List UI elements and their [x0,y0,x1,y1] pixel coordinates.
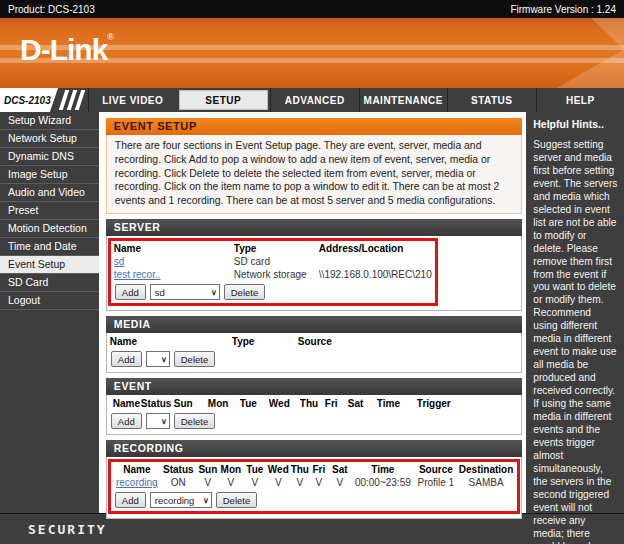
brand-banner: D-Link® [0,18,624,88]
chevron-down-icon: ∨ [161,355,167,364]
tab-advanced[interactable]: ADVANCED [270,88,359,112]
media-select[interactable]: ∨ [146,351,170,367]
server-add-button[interactable]: Add [115,284,146,300]
value-cell: \\192.168.0.100\REC\2103 [319,268,432,281]
column-header-mon: Mon [208,397,240,410]
hints-title: Helpful Hints.. [533,118,618,130]
column-header-thu: Thu [300,397,325,410]
recording-name-link[interactable]: recording [116,477,158,488]
sidebar-item-motion-detection[interactable]: Motion Detection [0,220,99,238]
server-section-header: SERVER [106,219,522,236]
value-cell: Network storage [234,268,319,281]
recording-select[interactable]: recording ∨ [150,492,212,508]
column-header-name: Name [114,242,234,255]
product-label: Product: DCS-2103 [8,4,95,15]
hints-paragraph: Recommend using different media in diffe… [533,307,618,544]
recording-add-button[interactable]: Add [115,492,146,508]
column-header-tue: Tue [243,463,267,476]
column-header-trigger: Trigger [417,397,518,410]
table-header-row: NameStatusSunMonTueWedThuFriSatTimeSourc… [114,463,514,476]
column-header-name: Name [114,463,160,476]
model-badge-label: DCS-2103 [0,95,51,106]
event-add-button[interactable]: Add [111,413,142,429]
tab-live-video[interactable]: LIVE VIDEO [88,88,177,112]
sidebar-item-audio-and-video[interactable]: Audio and Video [0,184,99,202]
media-controls: Add ∨ Delete [111,351,518,367]
sidebar-item-setup-wizard[interactable]: Setup Wizard [0,112,99,130]
recording-table: NameStatusSunMonTueWedThuFriSatTimeSourc… [114,463,514,489]
content-area: EVENT SETUP There are four sections in E… [99,112,525,513]
tab-status[interactable]: STATUS [447,88,536,112]
name-cell: recording [114,476,160,489]
helpful-hints-panel: Helpful Hints.. Suggest setting server a… [526,112,624,513]
column-header-fri: Fri [325,397,348,410]
model-badge: DCS-2103 [0,88,58,112]
column-header-type: Type [232,335,298,348]
column-header-type: Type [234,242,319,255]
column-header-wed: Wed [267,463,290,476]
registered-mark: ® [107,32,114,42]
column-header-tue: Tue [240,397,269,410]
event-controls: Add ∨ Delete [111,413,518,429]
value-cell: V [243,476,267,489]
column-header-time: Time [352,463,414,476]
recording-delete-button[interactable]: Delete [216,492,257,508]
page-title: EVENT SETUP [106,118,522,135]
media-add-button[interactable]: Add [111,351,142,367]
sidebar: Setup WizardNetwork SetupDynamic DNSImag… [0,112,99,513]
sidebar-item-dynamic-dns[interactable]: Dynamic DNS [0,148,99,166]
column-header-sat: Sat [348,397,377,410]
column-header-wed: Wed [269,397,300,410]
column-header-name: Name [113,397,141,410]
server-controls: Add sd ∨ Delete [115,284,432,300]
column-header-thu: Thu [290,463,310,476]
tab-help[interactable]: HELP [536,88,624,112]
column-header-time: Time [377,397,417,410]
page-layout: Setup WizardNetwork SetupDynamic DNSImag… [0,112,624,513]
value-cell: ON [160,476,197,489]
sidebar-item-preset[interactable]: Preset [0,202,99,220]
event-section-body: NameStatusSunMonTueWedThuFriSatTimeTrigg… [106,395,522,435]
sidebar-item-event-setup[interactable]: Event Setup [0,256,99,274]
sidebar-item-network-setup[interactable]: Network Setup [0,130,99,148]
chevron-down-icon: ∨ [211,288,217,297]
value-cell: Profile 1 [414,476,458,489]
recording-controls: Add recording ∨ Delete [115,492,514,508]
value-cell: 00:00~23:59 [352,476,414,489]
firmware-label: Firmware Version : 1.24 [510,4,616,15]
tab-maintenance[interactable]: MAINTENANCE [359,88,448,112]
sidebar-item-sd-card[interactable]: SD Card [0,274,99,292]
event-delete-button[interactable]: Delete [174,413,215,429]
server-select[interactable]: sd ∨ [150,284,220,300]
value-cell: V [219,476,243,489]
sidebar-item-image-setup[interactable]: Image Setup [0,166,99,184]
media-delete-button[interactable]: Delete [174,351,215,367]
media-table: NameTypeSource [110,335,518,348]
server-name-link[interactable]: sd [114,256,125,267]
column-header-sun: Sun [174,397,208,410]
value-cell: V [310,476,328,489]
value-cell: SD card [234,255,319,268]
name-cell: test recor.. [114,268,234,281]
event-table: NameStatusSunMonTueWedThuFriSatTimeTrigg… [110,397,518,410]
name-cell: sd [114,255,234,268]
sidebar-item-logout[interactable]: Logout [0,292,99,310]
sidebar-item-time-and-date[interactable]: Time and Date [0,238,99,256]
column-header-sat: Sat [328,463,352,476]
top-info-bar: Product: DCS-2103 Firmware Version : 1.2… [0,0,624,18]
server-delete-button[interactable]: Delete [224,284,265,300]
nav-tabs: LIVE VIDEOSETUPADVANCEDMAINTENANCESTATUS… [88,88,624,112]
badge-stripe [75,90,85,110]
column-header-address-location: Address/Location [319,242,432,255]
server-name-link[interactable]: test recor.. [114,269,161,280]
column-header-fri: Fri [310,463,328,476]
server-table: NameTypeAddress/LocationsdSD cardtest re… [114,242,432,281]
recording-highlight-box: NameStatusSunMonTueWedThuFriSatTimeSourc… [108,459,520,514]
column-header-mon: Mon [219,463,243,476]
tab-setup[interactable]: SETUP [179,90,269,110]
server-row: sdSD card [114,255,432,268]
security-label: SECURITY [28,522,107,537]
event-select[interactable]: ∨ [146,413,170,429]
recording-section-header: RECORDING [106,440,522,457]
media-section-header: MEDIA [106,316,522,333]
